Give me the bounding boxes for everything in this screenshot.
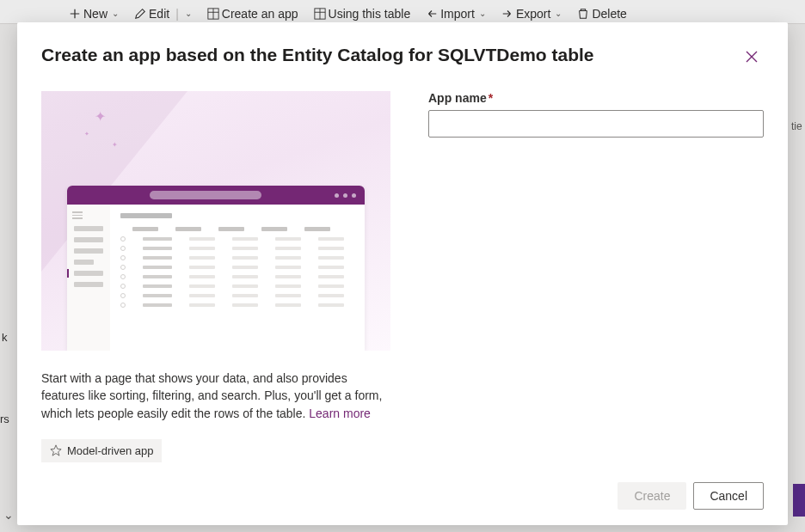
modal-header: Create an app based on the Entity Catalo…: [41, 45, 764, 69]
app-name-input[interactable]: [428, 110, 764, 138]
modal-footer: Create Cancel: [41, 472, 764, 510]
learn-more-link[interactable]: Learn more: [309, 407, 371, 420]
modal-title: Create an app based on the Entity Catalo…: [41, 45, 594, 65]
create-app-modal: Create an app based on the Entity Catalo…: [17, 22, 788, 525]
create-button[interactable]: Create: [618, 482, 686, 510]
app-illustration: ✦ ✦ ✦: [41, 91, 390, 351]
mini-app-preview: [67, 186, 365, 351]
app-type-tag: Model-driven app: [41, 439, 162, 462]
modal-left-column: ✦ ✦ ✦: [41, 91, 390, 472]
close-button[interactable]: [740, 45, 764, 69]
modal-body: ✦ ✦ ✦: [41, 91, 764, 472]
modal-description: Start with a page that shows your data, …: [41, 370, 390, 422]
app-name-label: App name*: [428, 91, 764, 105]
modal-right-column: App name*: [428, 91, 764, 472]
app-type-label: Model-driven app: [67, 444, 153, 457]
close-icon: [746, 51, 758, 63]
model-driven-icon: [50, 444, 62, 456]
cancel-button[interactable]: Cancel: [693, 482, 764, 510]
